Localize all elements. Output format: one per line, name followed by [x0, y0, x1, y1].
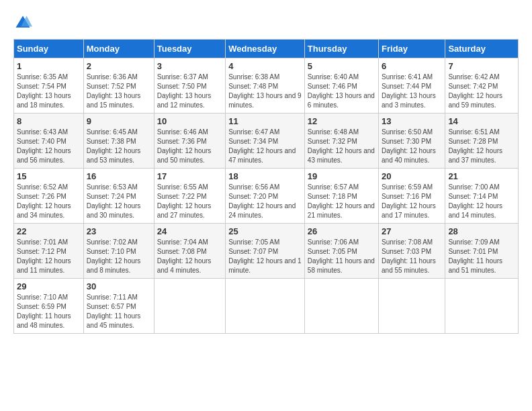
day-info: Sunrise: 6:55 AM Sunset: 7:22 PM Dayligh…	[157, 183, 222, 220]
day-info: Sunrise: 6:41 AM Sunset: 7:44 PM Dayligh…	[382, 73, 442, 110]
logo	[13, 13, 35, 32]
week-row-5: 29Sunrise: 7:10 AM Sunset: 6:59 PM Dayli…	[14, 279, 519, 334]
header-sunday: Sunday	[14, 40, 84, 58]
day-cell: 28Sunrise: 7:09 AM Sunset: 7:01 PM Dayli…	[445, 224, 519, 279]
day-info: Sunrise: 6:51 AM Sunset: 7:28 PM Dayligh…	[448, 128, 515, 165]
day-cell: 14Sunrise: 6:51 AM Sunset: 7:28 PM Dayli…	[445, 113, 519, 169]
day-info: Sunrise: 6:57 AM Sunset: 7:18 PM Dayligh…	[308, 183, 375, 220]
day-cell: 17Sunrise: 6:55 AM Sunset: 7:22 PM Dayli…	[154, 169, 225, 224]
day-number: 22	[17, 226, 81, 236]
day-number: 8	[17, 116, 81, 126]
week-row-4: 22Sunrise: 7:01 AM Sunset: 7:12 PM Dayli…	[14, 224, 519, 279]
calendar-table: SundayMondayTuesdayWednesdayThursdayFrid…	[13, 39, 519, 334]
day-number: 16	[87, 171, 151, 181]
day-cell: 21Sunrise: 7:00 AM Sunset: 7:14 PM Dayli…	[445, 169, 519, 224]
day-cell: 2Sunrise: 6:36 AM Sunset: 7:52 PM Daylig…	[83, 58, 154, 113]
day-info: Sunrise: 6:53 AM Sunset: 7:24 PM Dayligh…	[87, 183, 151, 220]
day-info: Sunrise: 7:10 AM Sunset: 6:59 PM Dayligh…	[17, 293, 81, 330]
header-saturday: Saturday	[445, 40, 519, 58]
day-info: Sunrise: 7:11 AM Sunset: 6:57 PM Dayligh…	[87, 293, 151, 330]
day-cell: 25Sunrise: 7:05 AM Sunset: 7:07 PM Dayli…	[226, 224, 305, 279]
day-number: 23	[87, 226, 151, 236]
day-number: 15	[17, 171, 81, 181]
day-cell: 10Sunrise: 6:46 AM Sunset: 7:36 PM Dayli…	[154, 113, 225, 169]
day-info: Sunrise: 7:09 AM Sunset: 7:01 PM Dayligh…	[448, 238, 515, 275]
header-monday: Monday	[83, 40, 154, 58]
page-header	[13, 13, 519, 32]
day-cell: 29Sunrise: 7:10 AM Sunset: 6:59 PM Dayli…	[14, 279, 84, 334]
day-info: Sunrise: 6:48 AM Sunset: 7:32 PM Dayligh…	[308, 128, 375, 165]
header-friday: Friday	[379, 40, 445, 58]
day-cell: 8Sunrise: 6:43 AM Sunset: 7:40 PM Daylig…	[14, 113, 84, 169]
day-info: Sunrise: 6:37 AM Sunset: 7:50 PM Dayligh…	[157, 73, 222, 110]
day-info: Sunrise: 6:46 AM Sunset: 7:36 PM Dayligh…	[157, 128, 222, 165]
day-info: Sunrise: 6:35 AM Sunset: 7:54 PM Dayligh…	[17, 73, 81, 110]
day-number: 4	[228, 61, 302, 71]
header-thursday: Thursday	[304, 40, 378, 58]
day-number: 1	[17, 61, 81, 71]
day-cell: 23Sunrise: 7:02 AM Sunset: 7:10 PM Dayli…	[83, 224, 154, 279]
day-number: 19	[308, 171, 375, 181]
day-cell	[154, 279, 225, 334]
week-row-3: 15Sunrise: 6:52 AM Sunset: 7:26 PM Dayli…	[14, 169, 519, 224]
day-cell: 24Sunrise: 7:04 AM Sunset: 7:08 PM Dayli…	[154, 224, 225, 279]
day-cell: 27Sunrise: 7:08 AM Sunset: 7:03 PM Dayli…	[379, 224, 445, 279]
day-info: Sunrise: 7:02 AM Sunset: 7:10 PM Dayligh…	[87, 238, 151, 275]
day-info: Sunrise: 6:59 AM Sunset: 7:16 PM Dayligh…	[382, 183, 442, 220]
day-number: 13	[382, 116, 442, 126]
header-row: SundayMondayTuesdayWednesdayThursdayFrid…	[14, 40, 519, 58]
day-cell: 19Sunrise: 6:57 AM Sunset: 7:18 PM Dayli…	[304, 169, 378, 224]
day-info: Sunrise: 6:50 AM Sunset: 7:30 PM Dayligh…	[382, 128, 442, 165]
day-cell: 15Sunrise: 6:52 AM Sunset: 7:26 PM Dayli…	[14, 169, 84, 224]
day-number: 25	[228, 226, 302, 236]
day-number: 17	[157, 171, 222, 181]
day-cell: 11Sunrise: 6:47 AM Sunset: 7:34 PM Dayli…	[226, 113, 305, 169]
day-number: 12	[308, 116, 375, 126]
day-number: 30	[87, 281, 151, 291]
day-cell: 9Sunrise: 6:45 AM Sunset: 7:38 PM Daylig…	[83, 113, 154, 169]
day-info: Sunrise: 6:40 AM Sunset: 7:46 PM Dayligh…	[308, 73, 375, 110]
week-row-2: 8Sunrise: 6:43 AM Sunset: 7:40 PM Daylig…	[14, 113, 519, 169]
day-info: Sunrise: 7:01 AM Sunset: 7:12 PM Dayligh…	[17, 238, 81, 275]
day-cell: 4Sunrise: 6:38 AM Sunset: 7:48 PM Daylig…	[226, 58, 305, 113]
day-cell: 26Sunrise: 7:06 AM Sunset: 7:05 PM Dayli…	[304, 224, 378, 279]
day-cell	[445, 279, 519, 334]
day-number: 20	[382, 171, 442, 181]
day-number: 3	[157, 61, 222, 71]
day-info: Sunrise: 6:52 AM Sunset: 7:26 PM Dayligh…	[17, 183, 81, 220]
day-cell: 18Sunrise: 6:56 AM Sunset: 7:20 PM Dayli…	[226, 169, 305, 224]
day-number: 11	[228, 116, 302, 126]
header-wednesday: Wednesday	[226, 40, 305, 58]
day-number: 10	[157, 116, 222, 126]
day-cell: 12Sunrise: 6:48 AM Sunset: 7:32 PM Dayli…	[304, 113, 378, 169]
day-number: 7	[448, 61, 515, 71]
day-info: Sunrise: 7:05 AM Sunset: 7:07 PM Dayligh…	[228, 238, 302, 275]
day-info: Sunrise: 7:06 AM Sunset: 7:05 PM Dayligh…	[308, 238, 375, 275]
day-number: 24	[157, 226, 222, 236]
day-cell: 16Sunrise: 6:53 AM Sunset: 7:24 PM Dayli…	[83, 169, 154, 224]
day-info: Sunrise: 6:56 AM Sunset: 7:20 PM Dayligh…	[228, 183, 302, 220]
day-info: Sunrise: 6:45 AM Sunset: 7:38 PM Dayligh…	[87, 128, 151, 165]
day-number: 6	[382, 61, 442, 71]
day-cell: 22Sunrise: 7:01 AM Sunset: 7:12 PM Dayli…	[14, 224, 84, 279]
day-info: Sunrise: 6:43 AM Sunset: 7:40 PM Dayligh…	[17, 128, 81, 165]
day-cell	[379, 279, 445, 334]
day-info: Sunrise: 6:42 AM Sunset: 7:42 PM Dayligh…	[448, 73, 515, 110]
day-cell: 6Sunrise: 6:41 AM Sunset: 7:44 PM Daylig…	[379, 58, 445, 113]
day-number: 2	[87, 61, 151, 71]
day-number: 18	[228, 171, 302, 181]
day-cell: 1Sunrise: 6:35 AM Sunset: 7:54 PM Daylig…	[14, 58, 84, 113]
logo-icon	[13, 13, 32, 32]
day-info: Sunrise: 7:08 AM Sunset: 7:03 PM Dayligh…	[382, 238, 442, 275]
day-cell: 5Sunrise: 6:40 AM Sunset: 7:46 PM Daylig…	[304, 58, 378, 113]
day-number: 21	[448, 171, 515, 181]
day-cell	[226, 279, 305, 334]
day-number: 5	[308, 61, 375, 71]
day-info: Sunrise: 6:47 AM Sunset: 7:34 PM Dayligh…	[228, 128, 302, 165]
day-number: 26	[308, 226, 375, 236]
day-cell	[304, 279, 378, 334]
day-number: 28	[448, 226, 515, 236]
day-info: Sunrise: 7:04 AM Sunset: 7:08 PM Dayligh…	[157, 238, 222, 275]
day-cell: 13Sunrise: 6:50 AM Sunset: 7:30 PM Dayli…	[379, 113, 445, 169]
day-cell: 7Sunrise: 6:42 AM Sunset: 7:42 PM Daylig…	[445, 58, 519, 113]
